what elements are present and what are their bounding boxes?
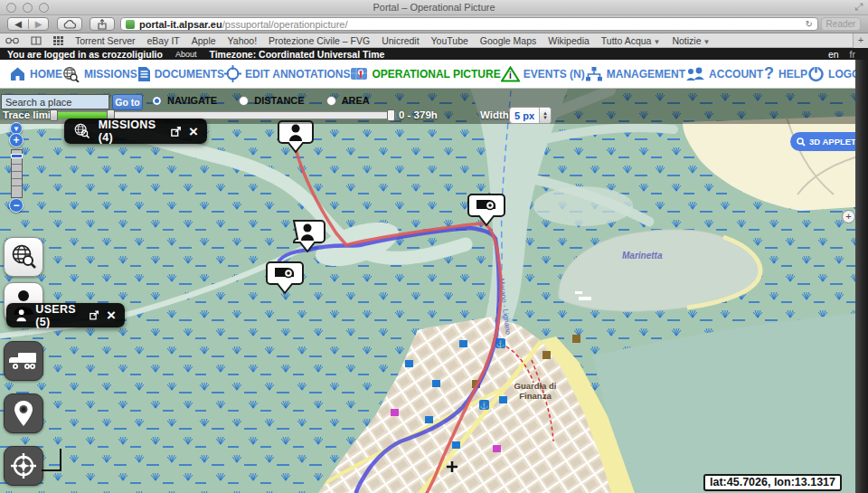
bookmark-item[interactable]: eBay IT [147, 35, 180, 46]
search-input[interactable] [1, 94, 109, 109]
scrollbar[interactable] [855, 60, 868, 493]
bookmark-item[interactable]: Torrent Server [75, 35, 136, 46]
users-panel-title: USERS (5) [35, 303, 81, 328]
nav-documents[interactable]: DOCUMENTS [137, 66, 224, 82]
missions-panel-title: MISSIONS (4) [99, 119, 163, 144]
forward-button[interactable]: ▶ [28, 19, 48, 29]
nav-edit-annotations[interactable]: EDIT ANNOTATIONS [224, 65, 350, 82]
nav-help[interactable]: ? HELP [763, 65, 807, 82]
poi-label-line1: Guardia di [514, 381, 557, 391]
nav-management[interactable]: MANAGEMENT [585, 66, 685, 82]
svg-text:⚓: ⚓ [496, 339, 505, 348]
map-area[interactable]: ⚓ ⚓ Marano - Lignano Marinetta Guardia d… [0, 89, 868, 493]
globe-search-icon [73, 121, 90, 141]
bookmark-item-menu[interactable]: Tutto Acqua▼ [601, 35, 661, 46]
vehicles-layer-button[interactable] [4, 341, 43, 381]
portal-status-bar: You are logged in as crozzoligiulio Abou… [0, 48, 868, 60]
bookmarks-bar: Torrent Server eBay IT Apple Yahoo! Prot… [0, 33, 868, 48]
bookmark-item[interactable]: Apple [192, 35, 216, 46]
map-mode-radios: NAVIGATE DISTANCE AREA [152, 95, 370, 106]
trace-width-stepper[interactable]: 5 px ▲▼ [509, 107, 552, 124]
reading-list-icon[interactable] [5, 37, 19, 44]
home-icon [9, 66, 26, 81]
cloud-icon [63, 20, 77, 29]
close-icon[interactable]: × [107, 308, 116, 323]
zoom-in-button[interactable]: + [9, 133, 24, 147]
bookmark-item[interactable]: Yahoo! [228, 35, 258, 46]
missions-panel: MISSIONS (4) × [64, 119, 207, 144]
back-forward-buttons[interactable]: ◀ ▶ [7, 17, 49, 31]
slider-thumb-right[interactable] [387, 109, 395, 121]
language-en[interactable]: en [828, 49, 839, 60]
compass-icon [9, 451, 38, 480]
bookmark-item[interactable]: Unicredit [382, 35, 419, 46]
alert-triangle-icon: i [501, 66, 520, 82]
timezone-text: Timezone: Coordinated Universal Time [209, 49, 384, 60]
url-path: /pssuportal/operationpicture/ [222, 19, 348, 30]
logged-in-text: You are logged in as crozzoligiulio [7, 49, 163, 60]
window-titlebar: Portal – Operational Picture ⤢ [0, 0, 868, 15]
stepper-arrows-icon[interactable]: ▲▼ [539, 108, 551, 123]
svg-text:i: i [509, 71, 512, 81]
radio-navigate[interactable] [152, 96, 162, 106]
chevron-down-icon: ▼ [703, 38, 711, 46]
about-link[interactable]: About [175, 50, 197, 59]
places-layer-button[interactable] [4, 393, 43, 433]
document-icon [137, 66, 151, 82]
zoom-level-indicator[interactable] [11, 154, 23, 158]
trace-limit-slider-fill [54, 112, 108, 119]
icloud-tabs-button[interactable] [57, 17, 82, 31]
expand-side-panel-button[interactable]: + [842, 210, 855, 223]
bookmark-item[interactable]: YouTube [431, 35, 468, 46]
open-panel-icon[interactable] [171, 126, 181, 137]
back-button[interactable]: ◀ [8, 19, 28, 29]
radio-distance[interactable] [239, 96, 249, 106]
map-pin-icon [350, 66, 368, 82]
3d-applet-button[interactable]: 3D APPLET [790, 132, 857, 151]
person-icon [292, 125, 300, 133]
nav-home[interactable]: HOME [9, 66, 62, 81]
open-panel-icon[interactable] [90, 309, 99, 321]
missions-layer-button[interactable] [4, 237, 43, 277]
map-canvas[interactable]: ⚓ ⚓ Marano - Lignano Marinetta Guardia d… [0, 89, 868, 493]
radio-area[interactable] [326, 96, 336, 106]
zoom-out-button[interactable]: − [9, 198, 24, 213]
fullscreen-icon[interactable]: ⤢ [854, 1, 863, 13]
share-button[interactable] [90, 17, 115, 31]
address-bar[interactable]: portal-it.alpsar.eu /pssuportal/operatio… [120, 17, 818, 31]
site-favicon [126, 20, 135, 29]
center-map-button[interactable] [4, 446, 43, 486]
slider-thumb-left[interactable] [50, 109, 58, 121]
bookmark-item[interactable]: Wikipedia [548, 35, 590, 46]
language-fr[interactable]: fr [850, 49, 855, 60]
radio-distance-label: DISTANCE [254, 95, 304, 106]
new-tab-button[interactable]: + [853, 33, 868, 48]
nav-missions[interactable]: MISSIONS [62, 66, 137, 82]
bookmark-item[interactable]: Protezione Civile – FVG [269, 35, 370, 46]
close-icon[interactable]: × [189, 124, 198, 139]
top-sites-icon[interactable] [53, 35, 63, 45]
help-icon: ? [763, 65, 775, 82]
bookmark-item-menu[interactable]: Notizie▼ [672, 35, 710, 46]
radio-navigate-label: NAVIGATE [167, 95, 217, 106]
nav-operational-picture[interactable]: OPERATIONAL PICTURE [350, 66, 500, 82]
reader-button[interactable]: Reader [821, 17, 861, 31]
nav-events[interactable]: i EVENTS (N) [501, 66, 585, 82]
bookmarks-icon[interactable] [31, 36, 42, 45]
nav-account[interactable]: ACCOUNT [685, 67, 763, 81]
reload-icon[interactable]: ↻ [806, 19, 813, 29]
cursor-coordinates: lat:45.7026, lon:13.1317 [703, 474, 842, 491]
person-icon [15, 307, 27, 324]
goto-button[interactable]: Go to [112, 94, 143, 110]
globe-search-icon [10, 243, 37, 270]
person-icon [304, 224, 312, 232]
share-icon [97, 19, 108, 30]
browser-toolbar: ◀ ▶ portal-it.alpsar.eu /pssuportal/oper… [0, 15, 868, 33]
radio-area-label: AREA [342, 95, 370, 106]
users-panel: USERS (5) × [6, 303, 125, 327]
island-label: Marinetta [622, 251, 663, 261]
browser-window: Portal – Operational Picture ⤢ ◀ ▶ porta… [0, 0, 868, 493]
location-pin-icon [14, 400, 33, 427]
trace-range-text: 0 - 379h [399, 109, 438, 120]
bookmark-item[interactable]: Google Maps [480, 35, 536, 46]
